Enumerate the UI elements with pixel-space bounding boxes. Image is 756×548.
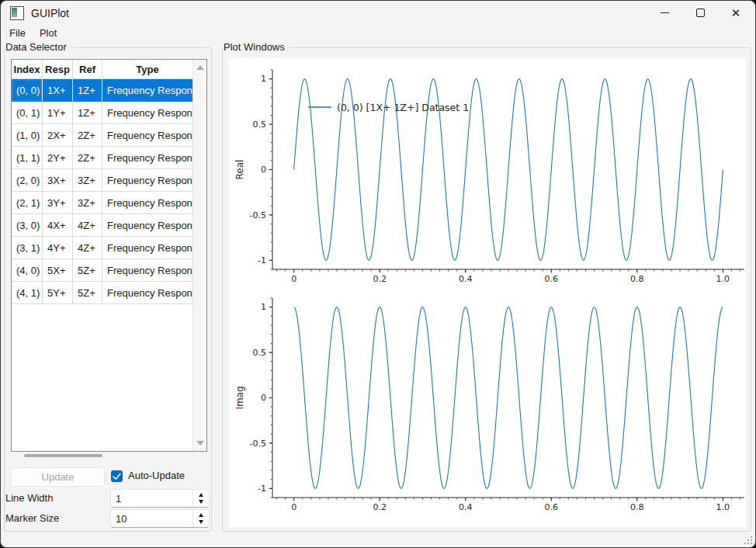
spin-up-icon[interactable] <box>199 513 203 517</box>
column-header[interactable]: Resp <box>43 60 73 79</box>
table-cell[interactable]: (2, 0) <box>12 169 43 192</box>
menu-plot[interactable]: Plot <box>33 26 64 40</box>
line-width-spinner[interactable] <box>110 489 210 508</box>
table-cell[interactable]: (4, 1) <box>12 282 43 304</box>
table-row[interactable]: (2, 0)3X+3Z+Frequency Response F <box>12 169 193 192</box>
svg-text:0.2: 0.2 <box>373 274 387 284</box>
plots-svg: 00.20.40.60.81.0-1-0.500.51Real(0, 0) [1… <box>229 58 746 527</box>
table-row[interactable]: (4, 0)5X+5Z+Frequency Response F <box>12 259 193 282</box>
close-icon: ✕ <box>731 7 741 19</box>
table-cell[interactable]: Frequency Response F <box>102 192 193 214</box>
table-cell[interactable]: (2, 1) <box>12 192 43 214</box>
table-cell[interactable]: 5Z+ <box>73 282 102 304</box>
table-row[interactable]: (0, 1)1Y+1Z+Frequency Response F <box>12 102 193 124</box>
svg-text:0: 0 <box>261 165 266 175</box>
table-row[interactable]: (1, 1)2Y+2Z+Frequency Response F <box>12 147 193 169</box>
table-cell[interactable]: Frequency Response F <box>102 169 193 192</box>
table-horizontal-scrollbar-thumb[interactable] <box>24 454 102 457</box>
svg-text:0: 0 <box>291 274 297 284</box>
table-cell[interactable]: 4Y+ <box>43 237 73 259</box>
svg-text:-1: -1 <box>258 484 266 494</box>
table-cell[interactable]: Frequency Response F <box>102 237 193 259</box>
table-cell[interactable]: (0, 0) <box>12 79 43 102</box>
menu-file[interactable]: File <box>2 26 33 40</box>
table-cell[interactable]: 1Y+ <box>43 102 73 124</box>
svg-text:1: 1 <box>261 302 266 312</box>
table-cell[interactable]: 4X+ <box>43 214 73 237</box>
table-cell[interactable]: 5X+ <box>43 259 73 282</box>
table-cell[interactable]: 2Z+ <box>73 124 102 147</box>
auto-update-checkbox[interactable] <box>111 470 123 482</box>
table-cell[interactable]: (3, 0) <box>12 214 43 237</box>
table-cell[interactable]: Frequency Response F <box>102 282 193 304</box>
column-header[interactable]: Ref <box>73 60 102 79</box>
table-cell[interactable]: 3Z+ <box>73 169 102 192</box>
table-cell[interactable]: 2Z+ <box>73 147 102 169</box>
svg-text:Imag: Imag <box>234 386 245 409</box>
scroll-up-icon[interactable] <box>196 65 204 70</box>
svg-text:0.5: 0.5 <box>253 348 267 358</box>
table-vertical-scrollbar[interactable] <box>192 60 206 451</box>
table-cell[interactable]: Frequency Response F <box>102 259 193 282</box>
table-cell[interactable]: (1, 1) <box>12 147 43 169</box>
table-row[interactable]: (2, 1)3Y+3Z+Frequency Response F <box>12 192 193 214</box>
svg-text:0.2: 0.2 <box>373 502 387 512</box>
table-cell[interactable]: Frequency Response F <box>102 124 193 147</box>
table-row[interactable]: (4, 1)5Y+5Z+Frequency Response F <box>12 282 193 304</box>
svg-text:Real: Real <box>234 160 245 180</box>
table-cell[interactable]: 3Y+ <box>43 192 73 214</box>
table-cell[interactable]: Frequency Response F <box>102 147 193 169</box>
table-cell[interactable]: Frequency Response F <box>102 79 193 102</box>
marker-size-spinner[interactable] <box>110 509 210 528</box>
plot-windows-label: Plot Windows <box>223 41 290 54</box>
table-cell[interactable]: 1Z+ <box>73 79 102 102</box>
scroll-down-icon[interactable] <box>196 441 204 446</box>
table-cell[interactable]: 2X+ <box>43 124 73 147</box>
svg-text:0.8: 0.8 <box>630 274 644 284</box>
window-title: GUIPlot <box>31 7 69 19</box>
table-cell[interactable]: 5Y+ <box>43 282 73 304</box>
table-cell[interactable]: Frequency Response F <box>102 102 193 124</box>
table-row[interactable]: (1, 0)2X+2Z+Frequency Response F <box>12 124 193 147</box>
svg-text:0.6: 0.6 <box>545 274 559 284</box>
data-table-body: IndexRespRefType(0, 0)1X+1Z+Frequency Re… <box>12 60 193 451</box>
table-row[interactable]: (3, 0)4X+4Z+Frequency Response F <box>12 214 193 237</box>
resize-grip[interactable] <box>744 536 752 544</box>
table-cell[interactable]: (3, 1) <box>12 237 43 259</box>
line-width-input[interactable] <box>116 490 186 507</box>
update-button[interactable]: Update <box>11 467 105 487</box>
marker-size-input[interactable] <box>116 510 186 527</box>
column-header[interactable]: Index <box>12 60 43 79</box>
minimize-button[interactable] <box>647 1 682 25</box>
table-cell[interactable]: Frequency Response F <box>102 214 193 237</box>
close-button[interactable]: ✕ <box>718 1 754 25</box>
line-width-spin-buttons[interactable] <box>192 490 209 507</box>
spin-down-icon[interactable] <box>199 500 203 504</box>
table-cell[interactable]: 4Z+ <box>73 237 102 259</box>
table-cell[interactable]: 5Z+ <box>73 259 102 282</box>
table-cell[interactable]: 1X+ <box>43 79 73 102</box>
minimize-icon <box>661 12 669 13</box>
caption-buttons: ✕ <box>647 1 754 25</box>
marker-size-spin-buttons[interactable] <box>192 510 209 527</box>
maximize-button[interactable] <box>682 1 718 25</box>
table-cell[interactable]: 1Z+ <box>73 102 102 124</box>
table-cell[interactable]: 3Z+ <box>73 192 102 214</box>
figure-canvas[interactable]: 00.20.40.60.81.0-1-0.500.51Real(0, 0) [1… <box>229 58 746 527</box>
spin-up-icon[interactable] <box>199 493 203 497</box>
app-icon-fill <box>12 8 17 17</box>
table-cell[interactable]: 2Y+ <box>43 147 73 169</box>
table-cell[interactable]: 3X+ <box>43 169 73 192</box>
data-selector-label: Data Selector <box>5 41 71 54</box>
table-row[interactable]: (3, 1)4Y+4Z+Frequency Response F <box>12 237 193 259</box>
table-cell[interactable]: 4Z+ <box>73 214 102 237</box>
table-row[interactable]: (0, 0)1X+1Z+Frequency Response F <box>12 79 193 102</box>
table-cell[interactable]: (4, 0) <box>12 259 43 282</box>
data-selector-group: Data Selector IndexRespRefType(0, 0)1X+1… <box>4 47 212 532</box>
spin-down-icon[interactable] <box>199 520 203 524</box>
svg-text:0.4: 0.4 <box>459 502 473 512</box>
table-cell[interactable]: (0, 1) <box>12 102 43 124</box>
table-cell[interactable]: (1, 0) <box>12 124 43 147</box>
svg-text:1.0: 1.0 <box>716 502 730 512</box>
column-header[interactable]: Type <box>102 60 193 79</box>
